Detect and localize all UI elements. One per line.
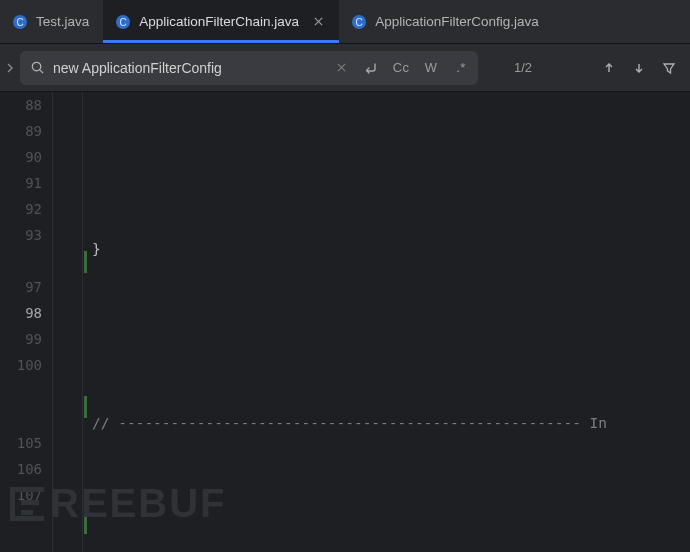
java-file-icon: C	[351, 14, 367, 30]
svg-text:C: C	[356, 16, 363, 27]
line-number: 92	[0, 196, 42, 222]
line-number: 97	[0, 274, 42, 300]
code-text: ----------------------------------------…	[118, 415, 607, 431]
line-number: 88	[0, 92, 42, 118]
line-number: 89	[0, 118, 42, 144]
tab-label: ApplicationFilterChain.java	[139, 14, 299, 29]
watermark-icon	[10, 487, 44, 521]
line-number: 99	[0, 326, 42, 352]
match-count: 1/2	[514, 60, 532, 75]
line-number	[0, 404, 42, 430]
next-match-button[interactable]	[628, 57, 650, 79]
search-box: new ApplicationFilterConfig Cc W .*	[20, 51, 478, 85]
tab-application-filter-chain[interactable]: C ApplicationFilterChain.java	[103, 0, 339, 43]
words-toggle[interactable]: W	[420, 57, 442, 79]
newline-toggle-icon[interactable]	[360, 57, 382, 79]
watermark: REEBUF	[10, 481, 226, 526]
line-number: 91	[0, 170, 42, 196]
java-file-icon: C	[115, 14, 131, 30]
regex-toggle[interactable]: .*	[450, 57, 472, 79]
line-number: 100	[0, 352, 42, 378]
filter-icon[interactable]	[658, 57, 680, 79]
svg-point-6	[32, 62, 40, 70]
line-number	[0, 378, 42, 404]
line-number	[0, 248, 42, 274]
expand-replace-toggle[interactable]	[0, 44, 20, 92]
tab-bar: C Test.java C ApplicationFilterChain.jav…	[0, 0, 690, 44]
code-text: //	[92, 415, 118, 431]
line-number: 106	[0, 456, 42, 482]
find-bar: new ApplicationFilterConfig Cc W .* 1/2	[0, 44, 690, 92]
svg-line-7	[40, 70, 43, 73]
tab-test-java[interactable]: C Test.java	[0, 0, 103, 43]
search-input[interactable]: new ApplicationFilterConfig	[53, 60, 322, 76]
line-number: 90	[0, 144, 42, 170]
search-icon	[30, 60, 45, 75]
close-icon[interactable]	[311, 15, 325, 29]
line-number: 105	[0, 430, 42, 456]
prev-match-button[interactable]	[598, 57, 620, 79]
line-number: 98	[0, 300, 42, 326]
code-text: }	[82, 241, 101, 257]
svg-text:C: C	[16, 16, 23, 27]
match-case-toggle[interactable]: Cc	[390, 57, 412, 79]
clear-search-icon[interactable]	[330, 57, 352, 79]
line-number: 93	[0, 222, 42, 248]
code-editor[interactable]: 88 89 90 91 92 93 97 98 99 100 105 106 1…	[0, 92, 690, 552]
tab-label: ApplicationFilterConfig.java	[375, 14, 539, 29]
java-file-icon: C	[12, 14, 28, 30]
tab-label: Test.java	[36, 14, 89, 29]
tab-application-filter-config[interactable]: C ApplicationFilterConfig.java	[339, 0, 553, 43]
svg-text:C: C	[120, 16, 127, 27]
